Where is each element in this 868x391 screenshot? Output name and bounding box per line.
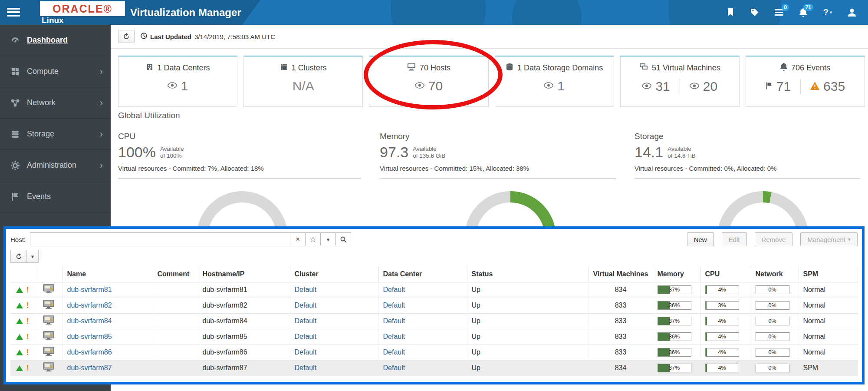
sidebar-item-administration[interactable]: Administration › xyxy=(0,150,111,181)
table-row[interactable]: !dub-svrfarm82dub-svrfarm82DefaultDefaul… xyxy=(10,298,858,313)
sidebar-item-events[interactable]: Events xyxy=(0,181,111,212)
utilization-meter: 37% xyxy=(658,364,691,372)
column-header-spm[interactable]: SPM xyxy=(799,266,858,282)
summary-card-clusters[interactable]: 1 Clusters N/A xyxy=(243,56,363,107)
help-icon[interactable]: ? ▾ xyxy=(822,6,833,19)
column-header-name[interactable]: Name xyxy=(62,266,153,282)
host-status: Up xyxy=(467,360,589,376)
utilization-meter: 4% xyxy=(705,364,739,372)
summary-card-storage-domains[interactable]: 1 Data Storage Domains 1 xyxy=(495,56,614,107)
summary-card-virtual-machines[interactable]: 51 Virtual Machines 31 20 xyxy=(620,56,740,107)
table-row[interactable]: !dub-svrfarm85dub-svrfarm85DefaultDefaul… xyxy=(10,329,858,345)
column-header-network[interactable]: Network xyxy=(751,266,799,282)
sidebar-item-compute[interactable]: Compute › xyxy=(0,56,111,87)
star-bookmark-icon[interactable]: ☆ xyxy=(305,232,321,246)
host-name-link[interactable]: dub-svrfarm86 xyxy=(67,348,112,356)
host-spm: Normal xyxy=(799,345,858,360)
column-header-hostname[interactable]: Hostname/IP xyxy=(198,266,290,282)
host-vm-count: 833 xyxy=(589,345,653,360)
column-header-cpu[interactable]: CPU xyxy=(700,266,751,282)
chevron-right-icon: › xyxy=(100,160,103,171)
table-row[interactable]: !dub-svrfarm81dub-svrfarm81DefaultDefaul… xyxy=(10,282,858,298)
new-button[interactable]: New xyxy=(687,232,714,246)
datacenter-link[interactable]: Default xyxy=(383,302,405,309)
hamburger-menu-icon[interactable] xyxy=(7,6,22,18)
utilization-meter: 0% xyxy=(756,348,789,357)
host-icon xyxy=(43,300,54,309)
cluster-link[interactable]: Default xyxy=(295,364,317,371)
search-icon[interactable] xyxy=(335,232,351,246)
column-header xyxy=(35,266,62,282)
summary-card-hosts[interactable]: 70 Hosts 70 xyxy=(369,56,488,107)
section-name: Storage xyxy=(635,132,860,141)
utilization-meter: 0% xyxy=(756,301,789,310)
utilization-cpu: CPU 100% Availableof 100% Virtual resour… xyxy=(118,132,361,179)
cluster-link[interactable]: Default xyxy=(295,348,317,356)
sidebar-item-storage[interactable]: Storage › xyxy=(0,119,111,150)
cluster-link[interactable]: Default xyxy=(295,317,317,325)
utilization-storage: Storage 14.1 Availableof 14.6 TiB Virtua… xyxy=(635,132,860,179)
utilization-meter: 0% xyxy=(756,285,789,294)
cluster-link[interactable]: Default xyxy=(295,286,317,293)
refresh-button[interactable] xyxy=(10,250,27,263)
host-name-link[interactable]: dub-svrfarm81 xyxy=(67,286,112,293)
remove-button[interactable]: Remove xyxy=(755,232,793,246)
table-row[interactable]: !dub-svrfarm84dub-svrfarm84DefaultDefaul… xyxy=(10,313,858,329)
summary-card-data-centers[interactable]: 1 Data Centers 1 xyxy=(118,56,237,107)
utilization-meter: 36% xyxy=(658,348,691,357)
table-refresh-controls: ▾ xyxy=(10,250,858,263)
card-title: 1 Clusters xyxy=(292,63,327,73)
refresh-dropdown-caret[interactable]: ▾ xyxy=(26,250,39,263)
bookmark-icon[interactable] xyxy=(725,6,736,19)
host-name-link[interactable]: dub-svrfarm84 xyxy=(67,317,112,325)
host-hostname: dub-svrfarm84 xyxy=(198,313,290,329)
memory-resources-line: Virtual resources - Committed: 15%, Allo… xyxy=(380,165,616,179)
datacenter-link[interactable]: Default xyxy=(383,333,405,340)
datacenter-link[interactable]: Default xyxy=(383,364,405,371)
datacenter-link[interactable]: Default xyxy=(383,317,405,325)
clock-icon xyxy=(141,33,147,40)
tag-icon[interactable] xyxy=(749,6,760,19)
datacenter-link[interactable]: Default xyxy=(383,286,405,293)
sidebar-item-network[interactable]: Network › xyxy=(0,87,111,119)
bell-icon[interactable]: 71 xyxy=(798,6,809,19)
datacenter-link[interactable]: Default xyxy=(383,348,405,356)
host-comment xyxy=(153,313,198,329)
host-vm-count: 833 xyxy=(589,313,653,329)
column-header-status[interactable]: Status xyxy=(467,266,589,282)
caret-down-icon: ▾ xyxy=(830,10,832,15)
column-header-memory[interactable]: Memory xyxy=(653,266,700,282)
table-row[interactable]: !dub-svrfarm87dub-svrfarm87DefaultDefaul… xyxy=(10,360,858,376)
decorative-circle xyxy=(512,0,582,25)
column-header-cluster[interactable]: Cluster xyxy=(290,266,378,282)
edit-button[interactable]: Edit xyxy=(722,232,747,246)
summary-card-events[interactable]: 706 Events 71 635 xyxy=(746,56,865,107)
column-header-comment[interactable]: Comment xyxy=(153,266,198,282)
linux-wordmark: Linux xyxy=(42,16,64,25)
column-header-vms[interactable]: Virtual Machines xyxy=(589,266,653,282)
utilization-meter: 4% xyxy=(705,285,739,294)
host-search-input[interactable] xyxy=(30,232,290,246)
table-header-row: Name Comment Hostname/IP Cluster Data Ce… xyxy=(10,266,858,282)
last-updated-bar: Last Updated 3/14/2019, 7:58:03 AM UTC xyxy=(111,25,868,49)
cluster-link[interactable]: Default xyxy=(295,333,317,340)
management-dropdown-button[interactable]: Management ▾ xyxy=(800,232,858,246)
tasks-icon[interactable]: 0 xyxy=(773,6,785,19)
refresh-button[interactable] xyxy=(118,30,135,43)
oracle-logo: ORACLE® xyxy=(40,1,125,16)
table-row[interactable]: !dub-svrfarm86dub-svrfarm86DefaultDefaul… xyxy=(10,345,858,360)
search-dropdown-caret[interactable]: ▾ xyxy=(320,232,336,246)
clear-search-icon[interactable]: × xyxy=(290,232,306,246)
column-header-datacenter[interactable]: Data Center xyxy=(378,266,467,282)
host-hostname: dub-svrfarm87 xyxy=(198,360,290,376)
host-name-link[interactable]: dub-svrfarm87 xyxy=(67,364,112,371)
host-name-link[interactable]: dub-svrfarm82 xyxy=(67,302,112,309)
host-comment xyxy=(153,298,198,313)
user-icon[interactable] xyxy=(846,6,858,19)
host-name-link[interactable]: dub-svrfarm85 xyxy=(67,333,112,340)
utilization-meter: 0% xyxy=(756,332,789,341)
status-up-icon xyxy=(16,365,23,371)
sidebar-item-dashboard[interactable]: Dashboard xyxy=(0,25,111,56)
host-spm: Normal xyxy=(799,313,858,329)
cluster-link[interactable]: Default xyxy=(295,302,317,309)
